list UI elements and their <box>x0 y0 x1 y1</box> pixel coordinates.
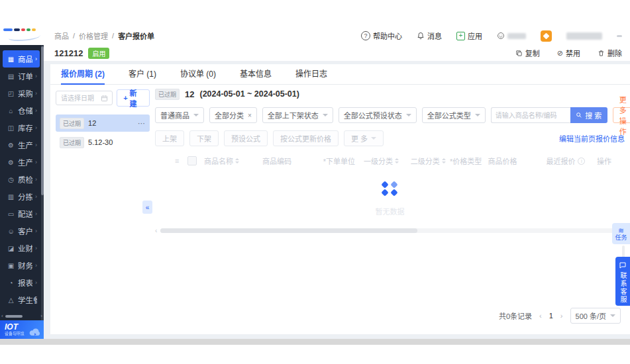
edit-page-quotes-link[interactable]: 编辑当前页报价信息 <box>559 133 625 144</box>
copy-button[interactable]: 复制 <box>515 48 540 58</box>
pagination: 共0条记录 ‹ 1 › 500 条/页 <box>499 308 621 324</box>
production-icon: ⚙ <box>7 159 15 166</box>
new-cycle-button[interactable]: + 新建 <box>117 89 150 107</box>
messages-menu[interactable]: 消息 <box>417 30 442 41</box>
search-label: 搜 索 <box>585 110 602 120</box>
scroll-left-icon: ‹ <box>1 313 3 319</box>
chevron-right-icon: › <box>35 279 37 286</box>
delete-label: 删除 <box>607 48 622 58</box>
table-hscrollbar: ‹ › <box>155 227 625 234</box>
shelf-off-button[interactable]: 下架 <box>189 130 219 146</box>
app-window: 商品 / 价格管理 / 客户报价单 ? 帮助中心 消息 + 应用 <box>0 0 630 364</box>
apps-menu[interactable]: + 应用 <box>456 30 482 41</box>
copy-icon <box>515 50 523 57</box>
sidebar-item-student-meal[interactable]: △ 学生餐 <box>3 291 40 308</box>
sidebar-item-orders[interactable]: ▤ 订单 › <box>3 68 40 85</box>
current-page[interactable]: 1 <box>549 312 553 320</box>
chevron-right-icon: › <box>35 228 37 234</box>
info-icon: i <box>578 158 585 165</box>
search-group: 搜 索 <box>491 107 607 123</box>
task-float-button[interactable]: ≋ 任务 <box>612 223 630 244</box>
chevron-right-icon: › <box>35 262 37 269</box>
delete-button[interactable]: 删除 <box>598 48 622 58</box>
chevron-right-icon: › <box>35 73 37 79</box>
sidebar-item-label: 分拣 <box>18 191 32 202</box>
sidebar: ▦ 商品 › ▤ 订单 › ◰ 采购 › ⌂ 仓储 › ◫ 库存 <box>0 45 44 339</box>
student-meal-icon: △ <box>7 296 15 304</box>
sidebar-item-label: 配送 <box>18 208 32 219</box>
sidebar-item-inventory[interactable]: ◫ 库存 › <box>3 119 40 136</box>
apps-icon: + <box>456 32 465 40</box>
category-select[interactable]: 全部分类× <box>209 107 257 123</box>
breadcrumb: 商品 / 价格管理 / 客户报价单 <box>54 30 154 41</box>
iot-banner[interactable]: IOT 设备与环境 <box>0 320 44 339</box>
sidebar-hscrollbar[interactable]: ‹ › <box>0 313 44 319</box>
sidebar-item-production[interactable]: ⚙ 生产 › <box>3 136 40 154</box>
sort-icon[interactable] <box>395 158 399 163</box>
help-center-menu[interactable]: ? 帮助中心 <box>361 30 402 41</box>
sidebar-item-delivery[interactable]: ▭ 配送 › <box>3 205 40 222</box>
cycle-list-item[interactable]: 已过期 12 ⋯ <box>56 114 150 132</box>
sidebar-item-finance[interactable]: ▣ 财务 › <box>3 257 40 274</box>
sidebar-item-sorting[interactable]: ▥ 分拣 › <box>3 188 40 205</box>
sidebar-item-business-finance[interactable]: ◪ 业财 › <box>3 240 40 257</box>
update-price-button[interactable]: 按公式更新价格 <box>273 130 339 146</box>
formula-preset-select[interactable]: 全部公式预设状态 <box>339 107 417 123</box>
date-picker[interactable] <box>56 91 113 105</box>
tab-customers[interactable]: 客户 (1) <box>129 64 156 84</box>
breadcrumb-separator: / <box>73 32 75 40</box>
sidebar-item-reports[interactable]: ◔ 报表 › <box>3 274 40 291</box>
warehouse-icon: ⌂ <box>7 107 15 114</box>
shelf-status-select[interactable]: 全部上下架状态 <box>262 107 333 123</box>
sort-icon[interactable] <box>442 158 446 163</box>
page-size-select[interactable]: 500 条/页 <box>570 308 621 324</box>
sort-icon[interactable] <box>235 158 239 163</box>
sidebar-item-label: 库存 <box>18 122 32 133</box>
shelf-on-button[interactable]: 上架 <box>155 130 184 146</box>
hscroll-thumb[interactable] <box>160 228 417 233</box>
tab-basic-info[interactable]: 基本信息 <box>240 64 272 84</box>
breadcrumb-current: 客户报价单 <box>118 30 154 41</box>
cycle-date-range: (2024-05-01 ~ 2024-05-01) <box>199 89 299 99</box>
sidebar-item-warehouse[interactable]: ⌂ 仓储 › <box>3 102 40 119</box>
scroll-left-icon[interactable]: ‹ <box>155 227 157 234</box>
cycle-title: 12 <box>185 89 194 99</box>
new-cycle-label: 新建 <box>130 87 143 109</box>
cycle-list-item[interactable]: 已过期 5.12-30 <box>56 134 150 151</box>
select-all-checkbox[interactable] <box>187 156 197 165</box>
column-category-2: 二级分类 <box>411 156 440 166</box>
more-actions-button[interactable]: 更多操作 <box>613 107 630 123</box>
business-finance-icon: ◪ <box>7 245 15 252</box>
sidebar-item-purchase[interactable]: ◰ 采购 › <box>3 85 40 102</box>
sidebar-item-label: 财务 <box>18 260 32 271</box>
sidebar-item-goods[interactable]: ▦ 商品 › <box>3 50 40 68</box>
batch-more-button[interactable]: 更 多 <box>344 130 384 146</box>
customer-service-button[interactable]: 联系客服 <box>615 257 630 306</box>
settings-menu[interactable] <box>497 32 526 40</box>
preset-formula-button[interactable]: 预设公式 <box>224 130 268 146</box>
tab-quote-cycle[interactable]: 报价周期 (2) <box>61 64 105 84</box>
sidebar-item-customers[interactable]: ☺ 客户 › <box>3 222 40 240</box>
search-button[interactable]: 搜 索 <box>570 107 607 123</box>
breadcrumb-item[interactable]: 商品 <box>54 30 69 41</box>
sidebar-item-quality[interactable]: ◷ 质检 › <box>3 171 40 188</box>
remove-tag-icon[interactable]: × <box>248 112 252 119</box>
tab-agreements[interactable]: 协议单 (0) <box>180 64 216 84</box>
item-more-icon[interactable]: ⋯ <box>138 119 146 128</box>
formula-type-select[interactable]: 全部公式类型 <box>422 107 486 123</box>
collapse-panel-button[interactable]: « <box>142 201 152 214</box>
date-input[interactable] <box>60 94 101 103</box>
sidebar-item-label: 质检 <box>18 174 32 185</box>
avatar[interactable] <box>541 30 552 42</box>
chevron-down-icon <box>323 114 328 116</box>
scroll-thumb[interactable] <box>5 315 23 318</box>
next-page-button[interactable]: › <box>560 312 563 320</box>
breadcrumb-item[interactable]: 价格管理 <box>79 30 108 41</box>
disable-button[interactable]: ⊘ 禁用 <box>557 48 580 58</box>
product-type-select[interactable]: 普通商品 <box>155 107 204 123</box>
prev-page-button[interactable]: ‹ <box>539 312 542 320</box>
sidebar-item-production-2[interactable]: ⚙ 生产 › <box>3 154 40 171</box>
hscroll-track[interactable] <box>160 228 619 233</box>
search-input[interactable] <box>491 107 570 123</box>
tab-operation-log[interactable]: 操作日志 <box>295 64 327 84</box>
